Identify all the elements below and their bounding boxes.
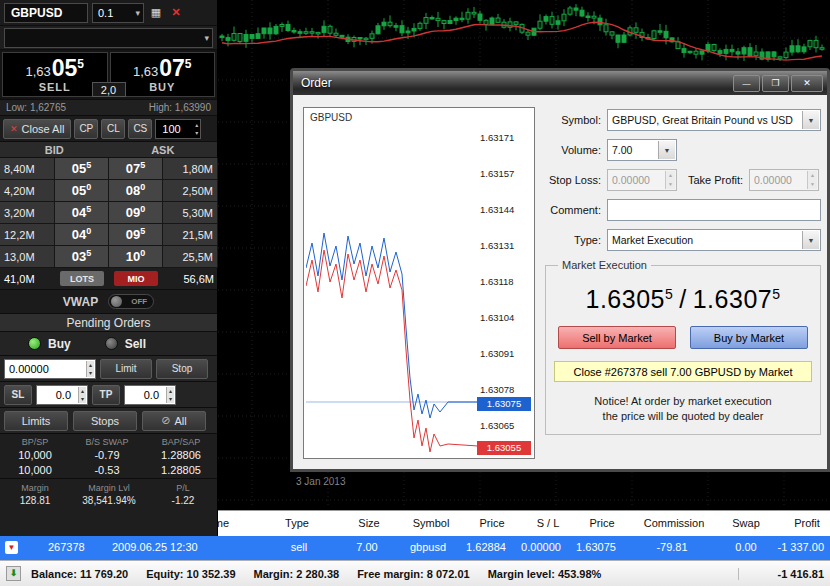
sell-by-market-button[interactable]: Sell by Market xyxy=(558,326,676,349)
buy-radio[interactable]: Buy xyxy=(28,337,71,351)
stops-button[interactable]: Stops xyxy=(73,411,137,431)
limit-button[interactable]: Limit xyxy=(100,359,152,379)
bid-volume: 12,2M xyxy=(0,224,55,246)
tick-chart-symbol: GBPUSD xyxy=(310,112,352,123)
panel-close-icon[interactable]: ✕ xyxy=(168,5,184,21)
depth-totals: 41,0M LOTS MIO 56,6M xyxy=(0,268,217,290)
take-profit-label: Take Profit: xyxy=(681,174,745,186)
bid-volume: 3,20M xyxy=(0,202,55,224)
limits-button[interactable]: Limits xyxy=(4,411,68,431)
tile-windows-icon[interactable]: ▦ xyxy=(148,5,164,21)
panel-footer: Margin128.81 Margin Lvl38,541.94% P/L-1.… xyxy=(0,478,217,507)
vwap-toggle[interactable]: OFF xyxy=(108,294,154,309)
execution-notice: Notice! At order by market execution the… xyxy=(554,394,812,424)
buy-price: 1,63 07 5 xyxy=(133,57,192,80)
sell-radio[interactable]: Sell xyxy=(105,337,146,351)
bid-volume: 8,40M xyxy=(0,158,55,180)
margin-level-label: Margin Lvl xyxy=(70,482,148,494)
group-title: Market Execution xyxy=(558,259,651,271)
symbol-select[interactable]: GBPUSD, Great Britain Pound vs USD xyxy=(607,109,821,131)
ask-price[interactable]: 075 xyxy=(109,158,163,180)
margin-label: Margin xyxy=(0,482,70,494)
ask-price[interactable]: 095 xyxy=(109,224,163,246)
floating-profit-text: -1 416.81 xyxy=(738,568,824,580)
sl-input[interactable]: 0.0 xyxy=(36,385,88,405)
pending-price-input[interactable]: 0.00000 xyxy=(4,359,96,379)
symbol-list-dropdown[interactable] xyxy=(4,28,213,48)
bid-price[interactable]: 035 xyxy=(55,246,109,268)
cell-price: 1.62884 xyxy=(466,541,506,553)
swap-stats: BP/SP B/S SWAP BAP/SAP 10,000 -0.79 1.28… xyxy=(0,434,217,478)
take-profit-spinner[interactable]: 0.00000 xyxy=(749,169,819,191)
buy-by-market-button[interactable]: Buy by Market xyxy=(690,326,808,349)
col-swap[interactable]: Swap xyxy=(732,517,760,529)
cs-button[interactable]: CS xyxy=(128,119,152,139)
ask-price[interactable]: 080 xyxy=(109,180,163,202)
close-position-button[interactable]: Close #267378 sell 7.00 GBPUSD by Market xyxy=(554,361,812,382)
close-button[interactable] xyxy=(791,75,823,92)
mio-button[interactable]: MIO xyxy=(114,271,158,286)
symbol-box[interactable]: GBPUSD xyxy=(4,3,88,23)
cl-button[interactable]: CL xyxy=(101,119,125,139)
bid-volume: 4,20M xyxy=(0,180,55,202)
scale-label: 1.63118 xyxy=(480,276,534,287)
col-symbol[interactable]: Symbol xyxy=(413,517,450,529)
trade-table-row[interactable]: ▼ 267378 2009.06.25 12:30 sell 7.00 gbpu… xyxy=(0,536,830,560)
balance-text: Balance: 11 769.20 xyxy=(31,568,128,580)
col-commission[interactable]: Commission xyxy=(644,517,705,529)
comment-input[interactable] xyxy=(607,199,821,221)
vwap-row: VWAP OFF xyxy=(0,290,217,314)
volume-select[interactable]: 7.00 xyxy=(607,139,677,161)
ask-price[interactable]: 100 xyxy=(109,246,163,268)
col-size[interactable]: Size xyxy=(358,517,379,529)
low-value: Low: 1,62765 xyxy=(6,102,66,113)
qty-stepper[interactable]: 100 xyxy=(155,119,201,139)
tp-input[interactable]: 0.0 xyxy=(124,385,176,405)
order-dialog: Order GBPUSD 1.63171 1.63157 1.63144 1.6… xyxy=(290,68,830,472)
ask-volume: 5,30M xyxy=(163,202,218,224)
dialog-titlebar[interactable]: Order xyxy=(293,71,827,95)
col-profit[interactable]: Profit xyxy=(794,517,820,529)
bsswap-header: B/S SWAP xyxy=(70,436,144,448)
cell-type: sell xyxy=(291,541,308,553)
stop-loss-spinner[interactable]: 0.00000 xyxy=(607,169,677,191)
sl-chip[interactable]: SL xyxy=(4,385,32,405)
free-margin-text: Free margin: 8 072.01 xyxy=(357,568,470,580)
minimize-button[interactable] xyxy=(733,75,760,92)
bid-price[interactable]: 055 xyxy=(55,158,109,180)
trade-status-icon: ⬇ xyxy=(6,566,21,581)
col-current-price[interactable]: Price xyxy=(589,517,614,529)
lots-button[interactable]: LOTS xyxy=(60,271,104,286)
bid-price[interactable]: 045 xyxy=(55,202,109,224)
bid-price[interactable]: 040 xyxy=(55,224,109,246)
chart-date-label: 3 Jan 2013 xyxy=(296,476,346,487)
close-all-button[interactable]: Close All xyxy=(3,119,71,139)
col-sl[interactable]: S / L xyxy=(537,517,560,529)
scale-label: 1.63091 xyxy=(480,348,534,359)
stop-button[interactable]: Stop xyxy=(156,359,208,379)
type-select[interactable]: Market Execution xyxy=(607,229,821,251)
margin-level-value: 38,541.94% xyxy=(70,494,148,507)
scale-label: 1.63157 xyxy=(480,168,534,179)
symbol-label: Symbol: xyxy=(545,114,607,126)
order-side-radios: Buy Sell xyxy=(0,332,217,356)
stop-loss-label: Stop Loss: xyxy=(545,174,603,186)
market-execution-group: Market Execution 1.63055/1.63075 Sell by… xyxy=(545,259,821,435)
cell-time: 2009.06.25 12:30 xyxy=(112,541,198,553)
buy-label: BUY xyxy=(149,81,175,93)
cell-swap: 0.00 xyxy=(735,541,756,553)
ask-volume: 2,50M xyxy=(163,180,218,202)
ask-price[interactable]: 090 xyxy=(109,202,163,224)
margin-value: 128.81 xyxy=(0,494,70,507)
col-price[interactable]: Price xyxy=(479,517,504,529)
tp-chip[interactable]: TP xyxy=(92,385,120,405)
pl-value: -1.22 xyxy=(148,494,218,507)
bid-price[interactable]: 050 xyxy=(55,180,109,202)
cp-button[interactable]: CP xyxy=(74,119,98,139)
col-type[interactable]: Type xyxy=(285,517,309,529)
ask-volume: 25,5M xyxy=(163,246,218,268)
maximize-button[interactable] xyxy=(762,75,789,92)
cancel-all-button[interactable]: All xyxy=(142,411,206,431)
pending-price-row: 0.00000 Limit Stop xyxy=(0,356,217,382)
volume-dropdown[interactable]: 0.1 xyxy=(92,3,144,23)
